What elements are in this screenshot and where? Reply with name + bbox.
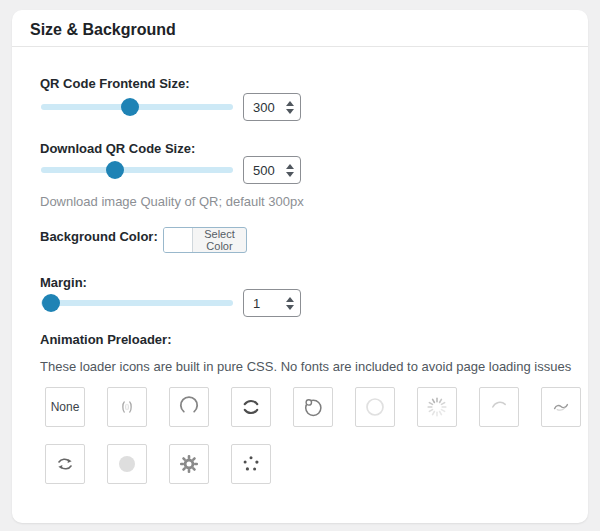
margin-label: Margin: (40, 275, 87, 290)
preloader-option-wave-spinner[interactable] (541, 387, 581, 427)
none-option-label: None (51, 400, 80, 414)
preloader-option-none[interactable]: None (45, 387, 85, 427)
header-divider (12, 46, 588, 47)
download-size-stepper[interactable] (285, 161, 294, 179)
preloader-option-parentheses-loader[interactable] (107, 387, 147, 427)
stepper-down-icon[interactable] (286, 172, 294, 177)
frontend-size-inputbox (243, 93, 301, 121)
margin-slider-track[interactable] (41, 300, 233, 306)
arc-spinner-icon (177, 395, 201, 419)
margin-slider-thumb[interactable] (42, 294, 60, 312)
preloader-options-row-1: None (45, 387, 581, 427)
preloader-option-ball-ring-spinner[interactable] (293, 387, 333, 427)
pulse-dot-spinner-icon (115, 452, 139, 476)
stepper-down-icon[interactable] (286, 109, 294, 114)
preloader-option-thin-arc-spinner[interactable] (479, 387, 519, 427)
margin-stepper[interactable] (285, 294, 294, 312)
preloader-option-dual-arc-spinner[interactable] (231, 387, 271, 427)
frontend-size-slider[interactable] (41, 98, 233, 116)
preloader-option-burst-spinner[interactable] (417, 387, 457, 427)
sync-arrows-spinner-icon (53, 452, 77, 476)
download-size-inputbox (243, 156, 301, 184)
download-size-label: Download QR Code Size: (40, 141, 195, 156)
ring-loader-icon (363, 395, 387, 419)
preloader-option-arc-spinner[interactable] (169, 387, 209, 427)
download-size-help: Download image Quality of QR; default 30… (40, 194, 304, 209)
preloader-option-dots-circle-spinner[interactable] (231, 444, 271, 484)
frontend-size-input[interactable] (244, 94, 289, 120)
select-color-button-label: Select Color (193, 228, 246, 252)
wave-spinner-icon (549, 395, 573, 419)
preloader-description: These loader icons are built in pure CSS… (40, 359, 571, 374)
stepper-up-icon[interactable] (286, 164, 294, 169)
burst-spinner-icon (425, 395, 449, 419)
stepper-up-icon[interactable] (286, 297, 294, 302)
gear-spinner-icon (177, 452, 201, 476)
settings-panel: Size & Background QR Code Frontend Size:… (12, 10, 588, 523)
preloader-option-ring-loader[interactable] (355, 387, 395, 427)
download-size-slider[interactable] (41, 161, 233, 179)
preloader-option-sync-arrows-spinner[interactable] (45, 444, 85, 484)
preloader-label: Animation Preloader: (40, 332, 171, 347)
margin-input[interactable] (244, 290, 289, 316)
margin-slider[interactable] (41, 294, 233, 312)
frontend-size-slider-thumb[interactable] (121, 98, 139, 116)
frontend-size-stepper[interactable] (285, 98, 294, 116)
preloader-option-gear-spinner[interactable] (169, 444, 209, 484)
color-swatch (164, 228, 193, 252)
panel-title: Size & Background (30, 21, 176, 39)
margin-inputbox (243, 289, 301, 317)
dots-circle-spinner-icon (239, 452, 263, 476)
preloader-option-pulse-dot-spinner[interactable] (107, 444, 147, 484)
frontend-size-label: QR Code Frontend Size: (40, 76, 190, 91)
select-color-button[interactable]: Select Color (163, 227, 247, 253)
stepper-down-icon[interactable] (286, 305, 294, 310)
ball-ring-spinner-icon (301, 395, 325, 419)
download-size-slider-thumb[interactable] (106, 161, 124, 179)
background-color-label: Background Color: (40, 229, 158, 244)
download-size-input[interactable] (244, 157, 289, 183)
preloader-options-row-2 (45, 444, 271, 484)
dual-arc-spinner-icon (239, 395, 263, 419)
thin-arc-spinner-icon (487, 395, 511, 419)
download-size-slider-track[interactable] (41, 167, 233, 173)
parentheses-loader-icon (115, 395, 139, 419)
stepper-up-icon[interactable] (286, 101, 294, 106)
